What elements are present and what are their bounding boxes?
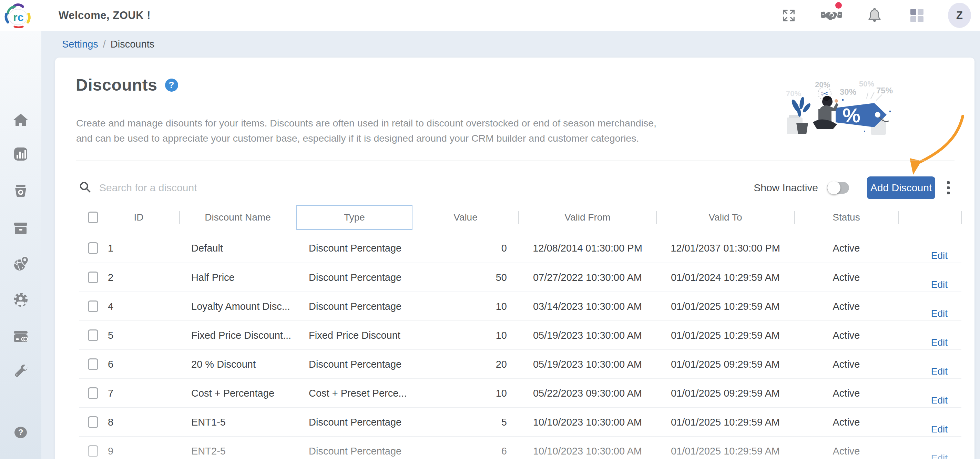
row-valid-from: 05/19/2023 10:30:00 AM	[519, 321, 656, 349]
col-header-discount-name[interactable]: Discount Name	[179, 205, 296, 230]
row-valid-to: 01/01/2025 09:29:59 AM	[656, 379, 794, 407]
row-id-cell: 9	[79, 437, 179, 459]
row-valid-to: 01/01/2025 10:29:59 AM	[656, 408, 794, 436]
customers-icon[interactable]	[13, 293, 29, 309]
payments-card-icon[interactable]	[13, 328, 29, 345]
row-checkbox[interactable]	[88, 445, 98, 457]
row-id-cell: 1	[79, 234, 179, 263]
row-type: Fixed Price Discount	[296, 321, 412, 349]
edit-link[interactable]: Edit	[931, 337, 948, 348]
rc-logo[interactable]: r c	[3, 2, 33, 30]
col-header-status[interactable]: Status	[794, 205, 898, 230]
kebab-menu-icon[interactable]	[944, 178, 953, 197]
edit-link[interactable]: Edit	[931, 395, 948, 406]
table-row: 5 Fixed Price Discount... Fixed Price Di…	[79, 320, 961, 349]
fullscreen-icon[interactable]	[780, 0, 797, 31]
row-value: 5	[412, 408, 519, 436]
topbar: r c Welcome, ZOUK !	[0, 0, 980, 31]
col-header-valid-from[interactable]: Valid From	[519, 205, 656, 230]
row-id-cell: 5	[79, 321, 179, 349]
edit-link[interactable]: Edit	[931, 366, 948, 377]
row-status: Active	[794, 379, 898, 407]
row-checkbox[interactable]	[88, 359, 98, 370]
edit-link[interactable]: Edit	[931, 250, 948, 261]
handshake-icon[interactable]	[821, 0, 842, 31]
row-discount-name: 20 % Discount	[179, 350, 296, 378]
help-icon[interactable]: ?	[13, 424, 29, 441]
analytics-icon[interactable]	[13, 146, 29, 162]
add-discount-button[interactable]: Add Discount	[867, 177, 935, 199]
toggle-knob	[827, 181, 840, 194]
edit-link[interactable]: Edit	[931, 308, 948, 319]
row-type: Cost + Preset Perce...	[296, 379, 412, 407]
row-valid-to: 01/01/2025 10:29:59 AM	[656, 321, 794, 349]
help-badge-icon[interactable]: ?	[165, 78, 178, 92]
tools-wrench-icon[interactable]	[13, 363, 29, 380]
row-id: 4	[108, 301, 113, 312]
show-inactive-label: Show Inactive	[754, 182, 818, 194]
row-id: 9	[108, 446, 113, 457]
svg-text:r: r	[13, 11, 18, 24]
table-row: 1 Default Discount Percentage 0 12/08/20…	[79, 234, 961, 263]
row-type: Discount Percentage	[296, 292, 412, 320]
row-discount-name: ENT2-5	[179, 437, 296, 459]
row-valid-from: 10/10/2023 10:30:00 AM	[519, 408, 656, 436]
row-checkbox[interactable]	[88, 242, 98, 254]
apps-grid-icon[interactable]	[908, 0, 926, 31]
inventory-box-icon[interactable]	[13, 220, 29, 237]
row-id-cell: 7	[79, 379, 179, 407]
row-id-cell: 2	[79, 263, 179, 292]
row-checkbox[interactable]	[88, 301, 98, 312]
bell-icon[interactable]	[866, 0, 883, 31]
search-input[interactable]	[99, 182, 361, 194]
row-id: 8	[108, 417, 113, 428]
col-header-type[interactable]: Type	[296, 205, 412, 230]
row-type: Discount Percentage	[296, 350, 412, 378]
select-all-checkbox[interactable]	[88, 212, 98, 223]
svg-text:30%: 30%	[840, 87, 856, 97]
row-valid-from: 05/19/2023 10:30:00 AM	[519, 350, 656, 378]
row-type: Discount Percentage	[296, 437, 412, 459]
row-id: 1	[108, 242, 113, 254]
row-checkbox[interactable]	[88, 330, 98, 341]
edit-link[interactable]: Edit	[931, 279, 948, 290]
row-id-cell: 6	[79, 350, 179, 378]
notification-dot	[835, 2, 842, 9]
avatar[interactable]: Z	[948, 3, 971, 28]
row-checkbox[interactable]	[88, 416, 98, 428]
edit-link[interactable]: Edit	[931, 453, 948, 459]
row-type: Discount Percentage	[296, 408, 412, 436]
home-icon[interactable]	[13, 112, 29, 129]
edit-link[interactable]: Edit	[931, 424, 948, 435]
svg-text:75%: 75%	[876, 86, 893, 95]
row-valid-from: 05/22/2023 09:30:00 AM	[519, 379, 656, 407]
svg-text:c: c	[18, 11, 24, 24]
svg-text:50%: 50%	[859, 80, 874, 88]
col-header-valid-to[interactable]: Valid To	[656, 205, 794, 230]
row-id: 6	[108, 359, 113, 370]
row-status: Active	[794, 437, 898, 459]
breadcrumb-separator: /	[103, 38, 106, 50]
page-description: Create and manage disounts for your item…	[76, 115, 659, 146]
row-checkbox[interactable]	[88, 387, 98, 399]
globe-pin-icon[interactable]	[13, 256, 29, 272]
welcome-message: Welcome, ZOUK !	[59, 0, 151, 31]
show-inactive-toggle[interactable]	[827, 182, 849, 194]
row-status: Active	[794, 408, 898, 436]
row-discount-name: Cost + Percentage	[179, 379, 296, 407]
row-status: Active	[794, 234, 898, 263]
discounts-card: Discounts ? Create and manage disounts f…	[55, 57, 975, 459]
row-id: 2	[108, 272, 113, 283]
row-status: Active	[794, 350, 898, 378]
row-checkbox[interactable]	[88, 271, 98, 283]
page-title: Discounts	[76, 75, 158, 94]
col-header-value[interactable]: Value	[412, 205, 519, 230]
col-header-id[interactable]: ID	[79, 205, 179, 230]
row-status: Active	[794, 292, 898, 320]
row-valid-to: 12/01/2037 01:30:00 PM	[656, 234, 794, 263]
basket-icon[interactable]	[13, 183, 29, 199]
table-row: 2 Half Price Discount Percentage 50 07/2…	[79, 263, 961, 292]
row-valid-from: 12/08/2014 01:30:00 PM	[519, 234, 656, 263]
table-header: ID Discount Name Type Value Valid From V…	[79, 205, 961, 230]
breadcrumb-settings-link[interactable]: Settings	[62, 38, 98, 50]
